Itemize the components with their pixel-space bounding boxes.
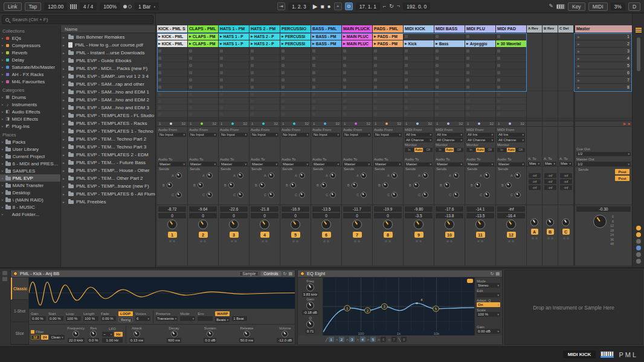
io-line[interactable]: In Auto Off bbox=[544, 142, 556, 147]
clip-stop-icon[interactable] bbox=[497, 35, 500, 38]
io-line[interactable]: In Auto Off bbox=[251, 152, 279, 157]
return-track-header[interactable]: C Del bbox=[558, 25, 573, 33]
track-volume-knob[interactable] bbox=[260, 220, 269, 229]
track-header[interactable]: MIDI PLU bbox=[465, 25, 495, 33]
clip-slot[interactable]: ▶ MAIN PLUC bbox=[342, 40, 372, 48]
io-line[interactable]: In Auto Off bbox=[312, 138, 340, 142]
send-knob[interactable] bbox=[290, 182, 296, 188]
envelope-control[interactable]: Attack 0.13 ms bbox=[129, 326, 144, 343]
eq-knob[interactable] bbox=[306, 320, 314, 328]
send-knob[interactable] bbox=[176, 173, 182, 179]
send-knob[interactable] bbox=[361, 173, 367, 179]
save-preset-icon[interactable]: ▤ bbox=[495, 272, 500, 276]
clip-play-icon[interactable]: ▶ bbox=[405, 42, 407, 45]
send-control[interactable]: C bbox=[374, 190, 402, 200]
send-knob[interactable] bbox=[176, 192, 182, 198]
arm-button[interactable] bbox=[481, 240, 483, 243]
io-line[interactable]: In Auto Off bbox=[497, 152, 525, 157]
clip-stop-icon[interactable] bbox=[251, 86, 254, 89]
return-send-value[interactable]: -inf bbox=[560, 185, 572, 190]
clip-stop-icon[interactable] bbox=[189, 78, 192, 81]
eq-band-node[interactable]: 4 bbox=[420, 298, 422, 302]
empty-slot[interactable] bbox=[219, 104, 249, 111]
sidebar-item[interactable]: Current Project bbox=[0, 153, 60, 160]
return-send-value[interactable]: -inf bbox=[544, 173, 556, 178]
empty-slot[interactable] bbox=[404, 91, 434, 98]
empty-slot[interactable] bbox=[342, 91, 372, 98]
io-line[interactable]: In Auto Off bbox=[544, 137, 556, 142]
io-line[interactable]: In Auto Off bbox=[374, 138, 402, 142]
eq-knob[interactable] bbox=[306, 284, 314, 291]
clip-play-icon[interactable]: ▶ bbox=[251, 35, 253, 38]
clip-slot[interactable]: ▶ BASS - PM bbox=[311, 33, 341, 40]
io-line[interactable]: Mas In Auto Off bbox=[559, 162, 572, 167]
send-knob[interactable] bbox=[299, 173, 305, 179]
send-knob[interactable] bbox=[453, 192, 459, 198]
eq-band-toggle[interactable]: ∩ 4 bbox=[356, 337, 365, 342]
empty-slot[interactable] bbox=[434, 91, 465, 98]
eq-knob-group[interactable]: Q 0.71 bbox=[306, 316, 315, 334]
envelope-control[interactable]: Decay 600 ms bbox=[167, 326, 181, 343]
clip-stop-icon[interactable] bbox=[251, 78, 254, 81]
send-knob[interactable] bbox=[299, 192, 305, 198]
lfo-wave-select[interactable]: ~ bbox=[102, 332, 113, 337]
clip-slot[interactable] bbox=[250, 55, 280, 62]
io-line[interactable]: In Auto Off bbox=[374, 142, 402, 147]
clip-slot[interactable] bbox=[250, 48, 280, 55]
io-line[interactable]: Master In Auto Off bbox=[158, 162, 186, 167]
sidebar-item[interactable]: Desktop bbox=[0, 189, 60, 196]
browser-file-row[interactable]: ▸ PML EVP - SAM...hno and EDM 1 bbox=[61, 88, 155, 96]
empty-slot[interactable] bbox=[280, 111, 311, 118]
io-line[interactable]: All Ins In Auto Off bbox=[466, 133, 494, 138]
clip-slot[interactable]: ▶ CLAPS - PM bbox=[188, 40, 218, 48]
section-toggle-icon[interactable] bbox=[636, 246, 641, 250]
io-line[interactable]: In Auto Off bbox=[559, 132, 572, 137]
expand-arrow-icon[interactable]: ▸ bbox=[63, 83, 66, 86]
empty-slot[interactable] bbox=[496, 104, 526, 111]
clip-stop-icon[interactable] bbox=[312, 64, 315, 67]
empty-slot[interactable] bbox=[434, 104, 465, 111]
io-line[interactable]: Monitor In Auto Off bbox=[405, 142, 433, 147]
browser-file-row[interactable]: ▸ Ben Bohmer Remakes bbox=[61, 33, 155, 41]
sidebar-item[interactable]: SAMPLES bbox=[0, 167, 60, 174]
io-line[interactable]: Audio To In Auto Off bbox=[189, 157, 217, 162]
io-line[interactable]: In Auto Off bbox=[576, 137, 631, 142]
io-line[interactable]: Master In Auto Off bbox=[436, 162, 463, 167]
clip-slot[interactable] bbox=[280, 55, 311, 62]
send-control[interactable]: B bbox=[220, 180, 248, 190]
clip-slot[interactable] bbox=[311, 77, 341, 84]
solo-button[interactable] bbox=[532, 237, 534, 240]
clip-slot[interactable]: ▶ bbox=[496, 33, 526, 40]
browser-file-row[interactable]: ▸ PML EVP - TEMPLATES - Racks bbox=[61, 119, 155, 127]
solo-button[interactable] bbox=[563, 237, 565, 240]
io-line[interactable]: In Auto Off bbox=[405, 152, 433, 157]
monitor-in-button[interactable]: In bbox=[436, 148, 445, 152]
track-pan-value[interactable]: 0 bbox=[312, 213, 340, 218]
io-line[interactable]: Master In Auto Off bbox=[466, 162, 494, 167]
param-value[interactable]: 0.00 % bbox=[101, 316, 116, 321]
io-line[interactable]: Audio From In Auto Off bbox=[158, 127, 186, 132]
clip-slot[interactable] bbox=[373, 62, 403, 69]
clip-slot[interactable]: ▶ KICK - PML bbox=[157, 40, 187, 48]
io-line[interactable]: MIDI From In Auto Off bbox=[466, 127, 494, 132]
io-line[interactable]: In Auto Off bbox=[189, 142, 217, 147]
loop-toggle[interactable]: LOOP bbox=[118, 311, 133, 316]
empty-slot[interactable] bbox=[157, 91, 187, 98]
io-line[interactable]: In Auto Off bbox=[497, 147, 525, 152]
send-knob[interactable] bbox=[444, 182, 450, 188]
track-volume-value[interactable]: -13.5 bbox=[312, 206, 340, 212]
envelope-value[interactable]: 0.0 dB bbox=[204, 338, 216, 343]
clip-slot[interactable] bbox=[434, 55, 465, 62]
retrig-toggle[interactable]: Retrig bbox=[118, 317, 133, 322]
expand-arrow-icon[interactable]: ▸ bbox=[63, 43, 66, 47]
monitor-off-button[interactable]: Off bbox=[485, 148, 494, 152]
empty-slot[interactable] bbox=[373, 104, 403, 111]
sample-waveform-display[interactable] bbox=[29, 278, 295, 309]
simpler-param[interactable]: Fade 0.00 % bbox=[101, 312, 116, 321]
expand-arrow-icon[interactable]: ▸ bbox=[63, 67, 66, 71]
simpler-param[interactable]: Length 100 % bbox=[83, 312, 98, 321]
track-pan-value[interactable]: -3.5 bbox=[405, 213, 433, 218]
empty-slot[interactable] bbox=[311, 91, 341, 98]
clip-slot[interactable]: ▶ KICK - PML bbox=[157, 33, 187, 40]
clip-slot[interactable] bbox=[188, 48, 218, 55]
